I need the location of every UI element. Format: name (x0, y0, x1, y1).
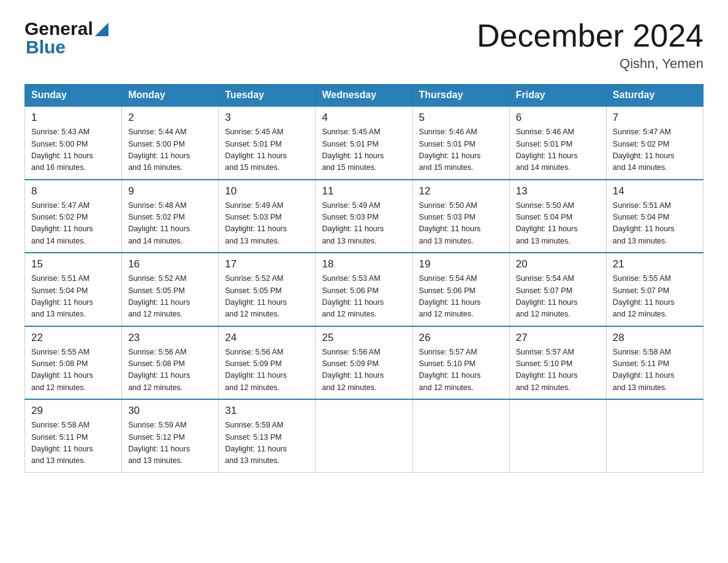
day-number: 18 (322, 258, 406, 270)
weekday-header-saturday: Saturday (606, 85, 703, 107)
calendar-cell: 5 Sunrise: 5:46 AMSunset: 5:01 PMDayligh… (412, 106, 509, 180)
day-number: 19 (419, 258, 503, 270)
day-number: 11 (322, 185, 406, 197)
calendar-cell: 30 Sunrise: 5:59 AMSunset: 5:12 PMDaylig… (122, 399, 219, 472)
logo-arrow-icon (95, 23, 108, 36)
title-block: December 2024 Qishn, Yemen (477, 18, 703, 72)
day-number: 20 (516, 258, 600, 270)
calendar-week-row: 29 Sunrise: 5:58 AMSunset: 5:11 PMDaylig… (25, 399, 703, 472)
logo-general-text: General (25, 18, 93, 39)
day-number: 23 (128, 332, 212, 344)
day-number: 21 (613, 258, 697, 270)
day-number: 31 (225, 405, 309, 417)
day-detail: Sunrise: 5:56 AMSunset: 5:09 PMDaylight:… (322, 348, 384, 392)
svg-marker-0 (95, 23, 108, 36)
calendar-cell: 8 Sunrise: 5:47 AMSunset: 5:02 PMDayligh… (25, 180, 122, 253)
logo: General Blue (25, 18, 108, 58)
logo-blue-text: Blue (25, 37, 66, 58)
calendar-cell: 15 Sunrise: 5:51 AMSunset: 5:04 PMDaylig… (25, 253, 122, 326)
day-number: 26 (419, 332, 503, 344)
day-number: 5 (419, 112, 503, 124)
day-detail: Sunrise: 5:49 AMSunset: 5:03 PMDaylight:… (322, 201, 384, 245)
day-number: 29 (31, 405, 115, 417)
calendar-cell: 24 Sunrise: 5:56 AMSunset: 5:09 PMDaylig… (219, 326, 316, 400)
page-header: General Blue December 2024 Qishn, Yemen (25, 18, 703, 72)
calendar-cell (412, 399, 509, 472)
day-detail: Sunrise: 5:54 AMSunset: 5:07 PMDaylight:… (516, 274, 578, 318)
day-number: 15 (31, 258, 115, 270)
day-detail: Sunrise: 5:45 AMSunset: 5:01 PMDaylight:… (225, 128, 287, 172)
calendar-cell: 23 Sunrise: 5:56 AMSunset: 5:08 PMDaylig… (122, 326, 219, 400)
calendar-cell: 22 Sunrise: 5:55 AMSunset: 5:08 PMDaylig… (25, 326, 122, 400)
calendar-week-row: 22 Sunrise: 5:55 AMSunset: 5:08 PMDaylig… (25, 326, 703, 400)
calendar-cell: 19 Sunrise: 5:54 AMSunset: 5:06 PMDaylig… (412, 253, 509, 326)
calendar-table: SundayMondayTuesdayWednesdayThursdayFrid… (25, 84, 703, 473)
day-detail: Sunrise: 5:52 AMSunset: 5:05 PMDaylight:… (128, 274, 190, 318)
weekday-header-wednesday: Wednesday (316, 85, 412, 107)
day-detail: Sunrise: 5:55 AMSunset: 5:08 PMDaylight:… (31, 348, 93, 392)
calendar-cell: 17 Sunrise: 5:52 AMSunset: 5:05 PMDaylig… (219, 253, 316, 326)
calendar-cell: 29 Sunrise: 5:58 AMSunset: 5:11 PMDaylig… (25, 399, 122, 472)
weekday-header-sunday: Sunday (25, 85, 122, 107)
day-detail: Sunrise: 5:46 AMSunset: 5:01 PMDaylight:… (516, 128, 578, 172)
calendar-cell: 28 Sunrise: 5:58 AMSunset: 5:11 PMDaylig… (606, 326, 703, 400)
day-number: 30 (128, 405, 212, 417)
day-detail: Sunrise: 5:53 AMSunset: 5:06 PMDaylight:… (322, 274, 384, 318)
day-detail: Sunrise: 5:57 AMSunset: 5:10 PMDaylight:… (516, 348, 578, 392)
day-detail: Sunrise: 5:52 AMSunset: 5:05 PMDaylight:… (225, 274, 287, 318)
day-detail: Sunrise: 5:46 AMSunset: 5:01 PMDaylight:… (419, 128, 481, 172)
day-number: 6 (516, 112, 600, 124)
calendar-cell: 1 Sunrise: 5:43 AMSunset: 5:00 PMDayligh… (25, 106, 122, 180)
day-number: 3 (225, 112, 309, 124)
day-number: 2 (128, 112, 212, 124)
day-detail: Sunrise: 5:58 AMSunset: 5:11 PMDaylight:… (613, 348, 675, 392)
calendar-cell: 10 Sunrise: 5:49 AMSunset: 5:03 PMDaylig… (219, 180, 316, 253)
weekday-header-thursday: Thursday (412, 85, 509, 107)
calendar-week-row: 8 Sunrise: 5:47 AMSunset: 5:02 PMDayligh… (25, 180, 703, 253)
day-detail: Sunrise: 5:47 AMSunset: 5:02 PMDaylight:… (31, 201, 93, 245)
day-detail: Sunrise: 5:45 AMSunset: 5:01 PMDaylight:… (322, 128, 384, 172)
calendar-subtitle: Qishn, Yemen (477, 56, 703, 72)
weekday-header-monday: Monday (122, 85, 219, 107)
day-detail: Sunrise: 5:59 AMSunset: 5:13 PMDaylight:… (225, 421, 287, 465)
day-detail: Sunrise: 5:50 AMSunset: 5:03 PMDaylight:… (419, 201, 481, 245)
day-detail: Sunrise: 5:49 AMSunset: 5:03 PMDaylight:… (225, 201, 287, 245)
day-number: 24 (225, 332, 309, 344)
calendar-title: December 2024 (477, 18, 703, 53)
calendar-cell: 27 Sunrise: 5:57 AMSunset: 5:10 PMDaylig… (509, 326, 606, 400)
day-number: 1 (31, 112, 115, 124)
day-number: 8 (31, 185, 115, 197)
day-number: 25 (322, 332, 406, 344)
day-detail: Sunrise: 5:43 AMSunset: 5:00 PMDaylight:… (31, 128, 93, 172)
day-number: 27 (516, 332, 600, 344)
day-detail: Sunrise: 5:56 AMSunset: 5:09 PMDaylight:… (225, 348, 287, 392)
calendar-cell: 13 Sunrise: 5:50 AMSunset: 5:04 PMDaylig… (509, 180, 606, 253)
day-number: 13 (516, 185, 600, 197)
day-detail: Sunrise: 5:51 AMSunset: 5:04 PMDaylight:… (31, 274, 93, 318)
calendar-cell: 14 Sunrise: 5:51 AMSunset: 5:04 PMDaylig… (606, 180, 703, 253)
calendar-cell: 31 Sunrise: 5:59 AMSunset: 5:13 PMDaylig… (219, 399, 316, 472)
calendar-cell: 12 Sunrise: 5:50 AMSunset: 5:03 PMDaylig… (412, 180, 509, 253)
day-detail: Sunrise: 5:44 AMSunset: 5:00 PMDaylight:… (128, 128, 190, 172)
calendar-cell (509, 399, 606, 472)
day-number: 7 (613, 112, 697, 124)
calendar-cell: 3 Sunrise: 5:45 AMSunset: 5:01 PMDayligh… (219, 106, 316, 180)
day-detail: Sunrise: 5:48 AMSunset: 5:02 PMDaylight:… (128, 201, 190, 245)
calendar-cell: 4 Sunrise: 5:45 AMSunset: 5:01 PMDayligh… (316, 106, 412, 180)
day-number: 14 (613, 185, 697, 197)
calendar-cell: 2 Sunrise: 5:44 AMSunset: 5:00 PMDayligh… (122, 106, 219, 180)
calendar-cell: 11 Sunrise: 5:49 AMSunset: 5:03 PMDaylig… (316, 180, 412, 253)
calendar-cell (606, 399, 703, 472)
day-number: 9 (128, 185, 212, 197)
day-detail: Sunrise: 5:57 AMSunset: 5:10 PMDaylight:… (419, 348, 481, 392)
day-detail: Sunrise: 5:47 AMSunset: 5:02 PMDaylight:… (613, 128, 675, 172)
day-number: 10 (225, 185, 309, 197)
calendar-cell: 18 Sunrise: 5:53 AMSunset: 5:06 PMDaylig… (316, 253, 412, 326)
day-detail: Sunrise: 5:51 AMSunset: 5:04 PMDaylight:… (613, 201, 675, 245)
calendar-cell: 21 Sunrise: 5:55 AMSunset: 5:07 PMDaylig… (606, 253, 703, 326)
day-detail: Sunrise: 5:59 AMSunset: 5:12 PMDaylight:… (128, 421, 190, 465)
calendar-cell: 16 Sunrise: 5:52 AMSunset: 5:05 PMDaylig… (122, 253, 219, 326)
day-number: 22 (31, 332, 115, 344)
day-number: 28 (613, 332, 697, 344)
calendar-cell: 20 Sunrise: 5:54 AMSunset: 5:07 PMDaylig… (509, 253, 606, 326)
